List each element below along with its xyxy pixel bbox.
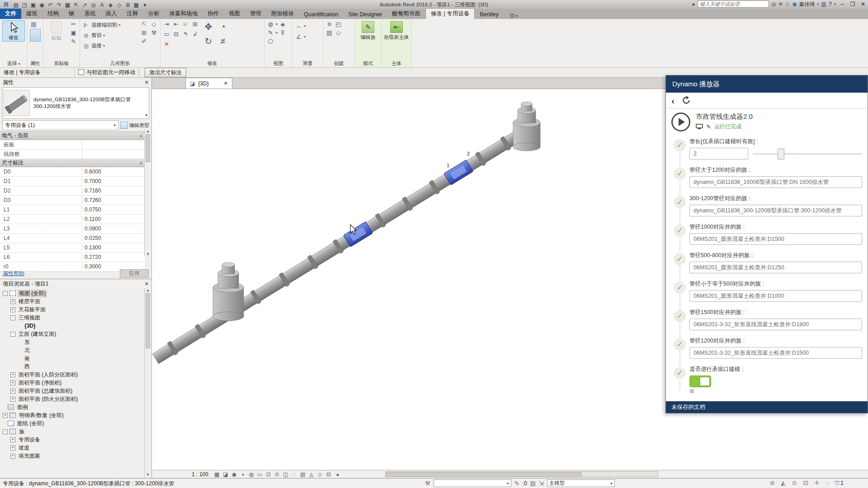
detail-level-icon[interactable]: ▦ <box>213 471 221 478</box>
collapse-group-icon[interactable]: ∧ <box>139 134 142 138</box>
tree-item[interactable]: {3D} <box>0 322 151 330</box>
back-icon[interactable]: ‹ <box>671 96 675 105</box>
expand-icon[interactable]: + <box>10 397 15 402</box>
tree-item[interactable]: 西 <box>0 362 151 371</box>
new-icon[interactable]: ▤ <box>12 2 20 8</box>
tree-item[interactable]: 北 <box>0 346 151 354</box>
measure-length-icon[interactable]: ↔ <box>295 22 302 29</box>
visual-style-icon[interactable]: ◪ <box>222 471 229 478</box>
expand-icon[interactable]: + <box>10 299 15 304</box>
parameter-value[interactable]: 0.7160 <box>82 188 101 194</box>
tab-16[interactable]: 修改 | 专用设备 <box>425 8 475 19</box>
beam-joins-icon[interactable]: ⊞ <box>140 29 148 36</box>
tag-icon[interactable]: ◎ <box>90 2 97 8</box>
collapse-icon[interactable]: ◂ <box>334 471 341 478</box>
text-icon[interactable]: A <box>98 2 106 8</box>
play-script-button[interactable] <box>671 113 690 131</box>
tree-item-label[interactable]: 专用设备 <box>17 436 42 444</box>
active-workset-dropdown[interactable]: ▾ <box>434 479 511 487</box>
tree-item-label[interactable]: 视图 (全部) <box>18 290 47 297</box>
analytical-model-icon[interactable]: ◬ <box>308 471 315 478</box>
properties-panel-label[interactable]: 属性 <box>28 60 43 67</box>
tree-item-label[interactable]: 明细表/数量 (全部) <box>18 412 65 419</box>
align-icon[interactable]: ⇥ <box>163 20 170 28</box>
tab-11[interactable]: 管理 <box>245 9 266 19</box>
expand-icon[interactable]: + <box>10 307 15 312</box>
search-icon[interactable]: ◎ <box>771 1 776 7</box>
cut-geometry-button[interactable]: ⊘剪切▾ <box>82 31 138 40</box>
horizontal-scrollbar[interactable] <box>385 471 658 477</box>
cope-button[interactable]: ⊩连接端切割▾ <box>82 20 138 29</box>
tree-item[interactable]: +坡道 <box>0 444 151 452</box>
minimize-button[interactable]: ─ <box>838 1 846 7</box>
tree-item-label[interactable]: 天花板平面 <box>17 306 47 314</box>
pick-new-host-button[interactable]: ⇤ 拾取新主体 <box>384 20 409 41</box>
tree-item-label[interactable]: 填充图案 <box>17 452 42 460</box>
tab-5[interactable]: 插入 <box>101 9 122 19</box>
customize-quick-access-icon[interactable]: ▾ <box>141 2 149 8</box>
tree-item[interactable]: 南 <box>0 354 151 362</box>
tree-item[interactable]: -族 <box>0 427 151 436</box>
tree-item[interactable]: +天花板平面 <box>0 305 151 314</box>
rotate-icon[interactable]: ↻ <box>202 35 215 47</box>
app-store-cart-icon[interactable]: ▥ <box>821 1 826 7</box>
worksets-icon[interactable]: ⚒ <box>425 480 430 487</box>
reveal-constraints-icon[interactable]: ⊟ <box>325 471 332 478</box>
tab-9[interactable]: 协作 <box>203 9 224 19</box>
search-input[interactable] <box>698 0 769 8</box>
parameter-value[interactable]: 0.0250 <box>82 235 101 241</box>
dynamo-input-4[interactable] <box>689 262 862 273</box>
section-icon[interactable]: ◇ <box>115 2 123 8</box>
expand-icon[interactable]: + <box>10 446 15 450</box>
tree-item-label[interactable]: 面积平面 (人防分区面积) <box>17 371 79 379</box>
tab-2[interactable]: 结构 <box>42 9 64 19</box>
measure-icon[interactable]: ↗ <box>81 2 89 8</box>
help-caret-icon[interactable]: ▾ <box>834 2 836 6</box>
pin-icon[interactable]: ⊟ <box>172 30 180 38</box>
expand-icon[interactable]: + <box>10 389 15 394</box>
print-icon[interactable]: ▦ <box>64 2 71 8</box>
slider-handle[interactable] <box>778 149 784 160</box>
tab-14[interactable]: Site Designer <box>343 10 387 19</box>
view-lightbulb-icon[interactable]: ◍ <box>267 20 274 28</box>
favorites-star-icon[interactable]: ☆ <box>785 1 790 7</box>
tab-3[interactable]: 钢 <box>64 9 80 19</box>
design-options-icon[interactable]: ⇲ <box>539 480 544 487</box>
dynamo-input-5[interactable] <box>689 290 862 302</box>
render-icon[interactable]: ◍ <box>248 471 255 478</box>
output-icon[interactable] <box>696 124 703 130</box>
tree-item[interactable]: +面积平面 (人防分区面积) <box>0 371 151 379</box>
view-cube-icon[interactable]: ⬠ <box>267 38 274 45</box>
selection-box-icon[interactable]: ◈ <box>279 20 287 28</box>
paste-button[interactable]: 粘贴 <box>46 20 67 42</box>
tree-item-label[interactable]: 北 <box>23 347 31 354</box>
apply-coping-icon[interactable]: ⇱ <box>140 20 148 28</box>
tree-item[interactable]: 图纸 (全部) <box>0 419 151 427</box>
match-type-properties-icon[interactable]: ✎ <box>70 38 77 45</box>
undo-icon[interactable]: ↶ <box>47 2 54 8</box>
type-selector[interactable]: dynamo_GB11836_300-1200B型承插口管300-1200排水管… <box>2 87 149 119</box>
reveal-hidden-elements-icon[interactable]: ◌ <box>291 471 298 478</box>
collapse-group-icon[interactable]: ∧ <box>139 161 142 165</box>
tree-item-label[interactable]: 三维视图 <box>17 314 42 322</box>
browser-scrollbar[interactable]: ▲▼ <box>144 288 151 477</box>
join-geometry-button[interactable]: ◎连接▾ <box>82 41 138 50</box>
parameter-value[interactable]: 0.6000 <box>82 169 101 175</box>
switch-windows-icon[interactable]: ▩ <box>132 2 140 8</box>
tree-item[interactable]: 图例 <box>0 403 151 411</box>
cut-to-clipboard-icon[interactable]: ✂ <box>70 20 77 28</box>
create-group-icon[interactable]: ⧈ <box>326 20 333 28</box>
tree-item[interactable]: -立面 (建筑立面) <box>0 330 151 338</box>
tree-item-label[interactable]: 坡道 <box>17 444 31 452</box>
linework-brush-icon[interactable]: ✎ <box>267 29 274 36</box>
dynamo-input-7[interactable] <box>689 347 862 359</box>
create-parts-icon[interactable]: ▤ <box>326 29 333 36</box>
properties-scrollbar[interactable]: ▲▼ <box>144 129 151 257</box>
unlocked-3d-view-icon[interactable]: ⊙ <box>274 471 281 478</box>
select-pinned-elements-icon[interactable]: ⊙ <box>792 479 797 486</box>
collapse-icon[interactable]: - <box>3 429 8 434</box>
parameter-group-header[interactable]: 尺寸标注∧ <box>0 159 145 167</box>
tree-item[interactable]: +专用设备 <box>0 436 151 444</box>
thin-lines-icon[interactable]: ≣ <box>124 2 132 8</box>
parameter-value[interactable]: 0.7000 <box>82 178 101 184</box>
